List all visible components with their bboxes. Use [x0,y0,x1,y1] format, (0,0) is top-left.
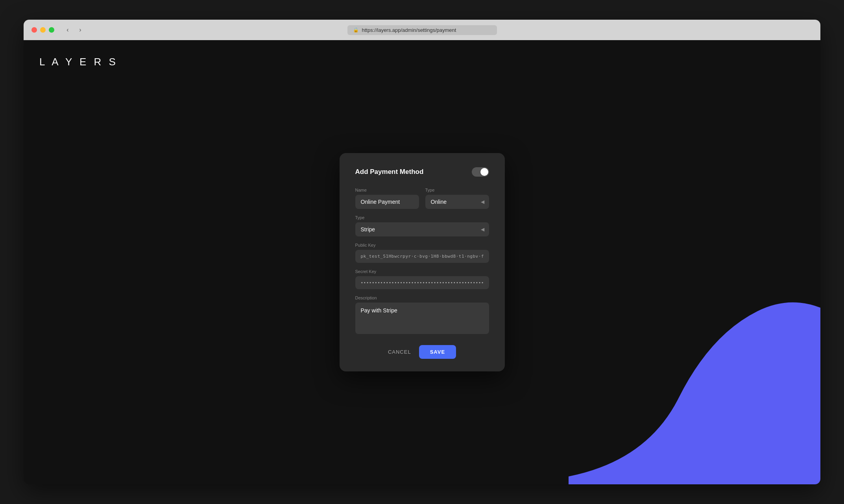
fullscreen-button[interactable] [49,27,54,33]
payment-type-row: Type Stripe PayPal Manual ◀ [355,215,489,236]
type-group: Type Online Offline Cash ◀ [425,188,489,209]
modal-dialog: Add Payment Method Name Type [340,153,505,371]
payment-type-label: Type [355,215,489,220]
close-button[interactable] [31,27,37,33]
public-key-row: Public Key [355,243,489,263]
public-key-label: Public Key [355,243,489,247]
payment-type-select[interactable]: Stripe PayPal Manual [355,222,489,236]
traffic-lights [31,27,54,33]
secret-key-group: Secret Key [355,269,489,289]
description-textarea[interactable] [355,303,489,334]
browser-window: ‹ › 🔒 https://layers.app/admin/settings/… [24,20,820,484]
type-select-wrapper: Online Offline Cash ◀ [425,195,489,209]
forward-button[interactable]: › [75,24,86,35]
browser-titlebar: ‹ › 🔒 https://layers.app/admin/settings/… [24,20,820,40]
public-key-input[interactable] [355,250,489,263]
secret-key-row: Secret Key [355,269,489,289]
description-label: Description [355,295,489,300]
modal-header: Add Payment Method [355,167,489,177]
modal-footer: CANCEL SAVE [355,345,489,359]
toggle-track [472,167,489,177]
payment-type-select-wrapper: Stripe PayPal Manual ◀ [355,222,489,236]
description-row: Description [355,295,489,334]
type-label: Type [425,188,489,192]
url-text: https://layers.app/admin/settings/paymen… [362,27,456,33]
secret-key-input[interactable] [355,276,489,289]
secret-key-label: Secret Key [355,269,489,274]
name-input[interactable] [355,195,419,209]
save-button[interactable]: SAVE [419,345,456,359]
payment-enabled-toggle[interactable] [472,167,489,177]
toggle-thumb [480,168,488,176]
name-group: Name [355,188,419,209]
lock-icon: 🔒 [353,27,359,33]
public-key-group: Public Key [355,243,489,263]
name-label: Name [355,188,419,192]
description-group: Description [355,295,489,334]
modal-title: Add Payment Method [355,168,424,176]
address-bar[interactable]: 🔒 https://layers.app/admin/settings/paym… [347,25,497,35]
name-type-row: Name Type Online Offline Cash ◀ [355,188,489,209]
back-button[interactable]: ‹ [62,24,73,35]
page-content: L a y e r s Add Payment Method [24,40,820,484]
cancel-button[interactable]: CANCEL [388,349,411,355]
minimize-button[interactable] [40,27,46,33]
type-select[interactable]: Online Offline Cash [425,195,489,209]
modal-overlay: Add Payment Method Name Type [24,40,820,484]
nav-buttons: ‹ › [62,24,86,35]
payment-type-group: Type Stripe PayPal Manual ◀ [355,215,489,236]
